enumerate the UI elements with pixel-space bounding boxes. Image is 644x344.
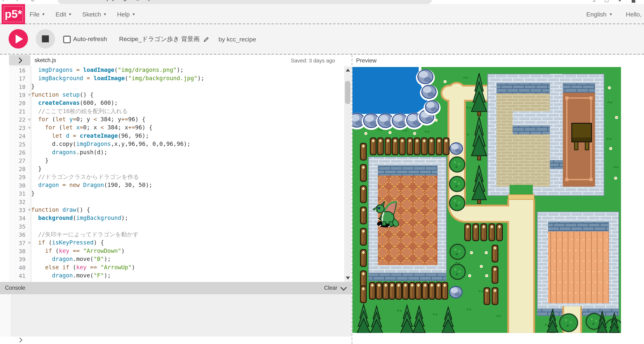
p5-logo[interactable]: p5* xyxy=(2,4,25,24)
code-line[interactable]: function setup() { xyxy=(31,91,344,99)
bush xyxy=(450,244,465,259)
menu-file[interactable]: File▾ xyxy=(30,11,44,18)
code-line[interactable]: imgBackground = loadImage("img/backgroun… xyxy=(31,74,344,82)
console-clear-button[interactable]: Clear xyxy=(324,285,337,291)
code-line[interactable]: background(imgBackground); xyxy=(31,214,344,222)
menubar-right: English▾ Hello, xyxy=(586,4,642,24)
code-line[interactable]: dragon.move("F"); xyxy=(31,271,344,279)
code-line[interactable]: //矢印キーによってドラゴンを動かす xyxy=(31,230,344,238)
gutter-line: 19▼ xyxy=(9,91,31,99)
fence-post xyxy=(383,282,389,299)
code-line[interactable]: for (let y=0; y < 384; y+=96) { xyxy=(31,115,344,123)
menu-help[interactable]: Help▾ xyxy=(117,11,134,18)
bookmark-star-icon[interactable]: ★ xyxy=(618,0,622,3)
code-line[interactable]: //ここで16枚の絵を配列に入れる xyxy=(31,107,344,115)
fold-arrow-icon[interactable]: ▼ xyxy=(28,91,31,99)
gutter-line: 37▼ xyxy=(9,239,31,247)
fence-post xyxy=(360,286,366,303)
fence-post xyxy=(484,288,490,304)
code-line[interactable]: let d = createImage(96, 96); xyxy=(31,132,344,140)
fence-post xyxy=(400,138,405,155)
extensions-icon[interactable]: ▙ xyxy=(632,0,635,3)
chevron-down-icon: ▾ xyxy=(610,12,612,17)
menu-sketch[interactable]: Sketch▾ xyxy=(82,11,106,18)
auto-refresh-checkbox[interactable] xyxy=(63,36,71,43)
flower xyxy=(470,251,473,254)
sidebar-collapse-button[interactable] xyxy=(9,55,30,65)
fence-post xyxy=(465,224,470,241)
code-line[interactable]: dragons.push(d); xyxy=(31,148,344,156)
code-line[interactable]: dragon = new Dragon(190, 30, 50); xyxy=(31,181,344,189)
fence-post xyxy=(492,266,498,283)
url-text: editor.p5js.org/kcc_recipe/sketches/ xyxy=(91,0,179,1)
fence-post xyxy=(376,282,382,299)
flower xyxy=(608,86,611,89)
fence-post xyxy=(442,282,448,299)
bush xyxy=(560,314,578,331)
gutter-line: 38 xyxy=(9,247,31,255)
doorstep xyxy=(508,195,534,200)
play-button[interactable] xyxy=(9,29,28,49)
fence-post xyxy=(360,143,366,160)
p5-logo-inner-border xyxy=(4,6,23,22)
fold-arrow-icon[interactable]: ▼ xyxy=(28,239,31,247)
scroll-down-icon[interactable] xyxy=(346,277,350,280)
boulder xyxy=(416,69,435,86)
code-line[interactable]: createCanvas(600, 600); xyxy=(31,99,344,107)
fold-arrow-icon[interactable]: ▼ xyxy=(28,124,31,132)
forward-icon[interactable]: › xyxy=(16,0,18,3)
code-line[interactable]: else if (key == "ArrowUp") xyxy=(31,263,344,271)
code-line[interactable] xyxy=(31,222,344,230)
fold-arrow-icon[interactable]: ▼ xyxy=(28,206,31,214)
flower xyxy=(485,251,488,254)
code-line[interactable]: } xyxy=(31,156,344,164)
refresh-icon[interactable]: ⟳ xyxy=(31,0,35,3)
fence-post xyxy=(392,138,398,155)
tab-sketch-js[interactable]: sketch.js xyxy=(34,57,56,63)
flower xyxy=(609,147,612,150)
p5-canvas-game-map[interactable] xyxy=(352,67,621,333)
scrollbar-thumb[interactable] xyxy=(345,81,350,104)
share-icon[interactable]: ▵ xyxy=(593,0,595,3)
console-header[interactable]: Console Clear xyxy=(0,282,352,294)
fence-post xyxy=(422,282,428,299)
code-line[interactable]: d.copy(imgDragons,x,y,96,96, 0,0,96,96); xyxy=(31,140,344,148)
code-line[interactable] xyxy=(31,197,344,205)
console-collapse-icon[interactable] xyxy=(340,284,347,291)
gutter-line: 16 xyxy=(9,66,31,74)
fold-arrow-icon[interactable]: ▼ xyxy=(28,115,31,124)
code-line[interactable]: } xyxy=(31,82,344,90)
edit-pencil-icon[interactable] xyxy=(203,36,209,42)
code-line[interactable]: imgDragons = loadImage("img/dragons.png"… xyxy=(31,66,344,74)
scroll-up-icon[interactable] xyxy=(346,69,350,72)
gutter-line: 27 xyxy=(9,157,31,165)
gutter-line: 31 xyxy=(9,189,31,198)
code-line[interactable]: } xyxy=(31,164,344,172)
code-area[interactable]: imgDragons = loadImage("img/dragons.png"… xyxy=(31,66,344,282)
line-number-gutter: 16171819▼202122▼23▼24252627282930313233▼… xyxy=(9,66,31,282)
menubar: p5* File▾ Edit▾ Sketch▾ Help▾ English▾ H… xyxy=(0,4,644,24)
code-editor[interactable]: 16171819▼202122▼23▼24252627282930313233▼… xyxy=(0,66,352,282)
flower xyxy=(364,132,367,135)
language-selector[interactable]: English▾ xyxy=(586,11,612,18)
code-line[interactable]: dragon.move("B"); xyxy=(31,255,344,263)
editor-scrollbar[interactable] xyxy=(344,66,351,282)
tab-icon[interactable]: ▢ xyxy=(604,0,609,3)
gutter-line: 36 xyxy=(9,230,31,239)
back-icon[interactable]: ‹ xyxy=(2,0,4,3)
code-line[interactable]: function draw() { xyxy=(31,206,344,214)
code-line[interactable]: if (isKeyPressed) { xyxy=(31,238,344,246)
code-line[interactable]: for (let x=0; x < 384; x+=96) { xyxy=(31,123,344,131)
code-line[interactable]: if (key == "ArrowDown") xyxy=(31,247,344,255)
flower xyxy=(444,80,447,83)
menu-edit[interactable]: Edit▾ xyxy=(56,11,71,18)
url-bar[interactable]: editor.p5js.org/kcc_recipe/sketches/ xyxy=(58,0,432,4)
code-line[interactable]: //ドラゴンクラスからドラゴンを作る xyxy=(31,173,344,181)
console-input-line[interactable] xyxy=(0,336,352,344)
code-line[interactable]: } xyxy=(31,189,344,197)
preview-pane xyxy=(352,66,644,344)
sketch-title: Recipe_ドラゴン歩き 背景画 xyxy=(119,35,200,43)
user-greeting: Hello, xyxy=(626,11,642,18)
stop-button[interactable] xyxy=(36,29,55,49)
gutter-line: 22▼ xyxy=(9,115,31,124)
